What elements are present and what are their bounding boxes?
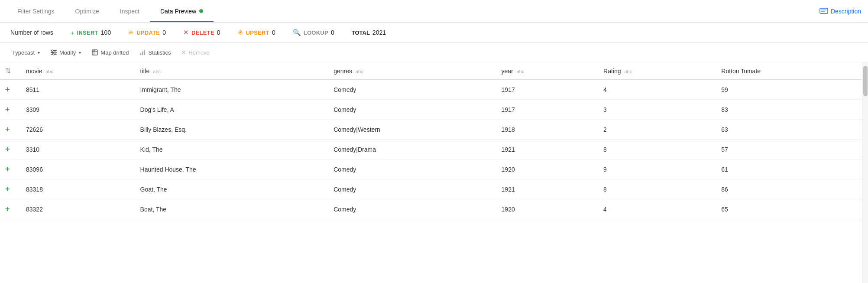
movie-column-header[interactable]: movie abc [19,62,133,80]
total-value: 2021 [372,29,386,36]
statistics-icon [139,49,146,56]
lookup-value: 0 [331,29,334,36]
total-stat: TOTAL 2021 [352,29,386,36]
description-button[interactable]: Description [819,8,861,15]
number-of-rows-label: Number of rows [10,29,53,36]
rating-column-header[interactable]: Rating abc [596,62,714,80]
upsert-icon: ✳ [238,29,243,36]
delete-stat: ✕ DELETE 0 [183,29,220,36]
row-indicator: + [0,140,19,159]
table-wrap: ⇅ movie abc title abc genres abc [0,62,868,283]
movie-cell: 83096 [19,159,133,179]
update-stat: ✳ UPDATE 0 [128,29,166,36]
tab-data-preview-label: Data Preview [160,8,196,15]
sort-column-header[interactable]: ⇅ [0,62,19,80]
table-row: +83318Goat, TheComedy1921886 [0,179,862,199]
rotten_tomatoes-cell: 57 [714,140,862,159]
genres-cell: Comedy [327,159,494,179]
title-cell: Dog's Life, A [133,100,327,120]
upsert-value: 0 [272,29,275,36]
delete-icon: ✕ [183,29,189,36]
row-indicator: + [0,100,19,120]
table-row: +72626Billy Blazes, Esq.Comedy|Western19… [0,120,862,140]
total-label: TOTAL [352,29,370,36]
map-drifted-label: Map drifted [100,49,129,56]
table-row: +8511Immigrant, TheComedy1917459 [0,80,862,100]
svg-rect-12 [144,50,145,55]
movie-cell: 72626 [19,120,133,140]
typecast-chevron: ▾ [38,50,40,55]
year-col-label: year [502,68,513,75]
modify-chevron: ▾ [79,50,81,55]
typecast-button[interactable]: Typecast ▾ [7,48,45,58]
delete-value: 0 [217,29,220,36]
genres-cell: Comedy [327,199,494,219]
map-drifted-button[interactable]: Map drifted [86,47,134,58]
vertical-scrollbar[interactable] [862,62,868,283]
rotten_tomatoes-cell: 63 [714,120,862,140]
row-indicator: + [0,120,19,140]
year-cell: 1917 [495,80,596,100]
year-column-header[interactable]: year abc [495,62,596,80]
toolbar: Typecast ▾ Modify ▾ Map drifted [0,43,868,62]
table-row: +83096Haunted House, TheComedy1920961 [0,159,862,179]
year-cell: 1918 [495,120,596,140]
genres-column-header[interactable]: genres abc [327,62,494,80]
remove-button[interactable]: ✕ Remove [176,47,214,58]
update-value: 0 [162,29,166,36]
top-navigation: Filter Settings Optimize Inspect Data Pr… [0,0,868,23]
rating-cell: 2 [596,120,714,140]
row-indicator: + [0,199,19,219]
insert-stat: + INSERT 100 [71,29,111,36]
tab-inspect-label: Inspect [120,8,139,15]
delete-label: DELETE [191,29,214,36]
table-container[interactable]: ⇅ movie abc title abc genres abc [0,62,862,283]
genres-cell: Comedy [327,80,494,100]
statistics-button[interactable]: Statistics [134,47,176,58]
scrollbar-thumb[interactable] [863,66,868,96]
table-row: +3310Kid, TheComedy|Drama1921857 [0,140,862,159]
year-cell: 1921 [495,140,596,159]
tab-filter-settings[interactable]: Filter Settings [7,0,65,22]
rating-col-type: abc [624,69,632,74]
movie-col-type: abc [45,69,53,74]
rotten_tomatoes-cell: 65 [714,199,862,219]
table-row: +3309Dog's Life, AComedy1917383 [0,100,862,120]
upsert-stat: ✳ UPSERT 0 [238,29,275,36]
genres-cell: Comedy|Western [327,120,494,140]
year-cell: 1920 [495,199,596,219]
rotten_tomatoes-cell: 61 [714,159,862,179]
year-cell: 1920 [495,159,596,179]
svg-point-8 [52,53,54,55]
tab-inspect[interactable]: Inspect [110,0,150,22]
update-icon: ✳ [128,29,134,36]
description-label: Description [831,8,861,15]
rating-cell: 4 [596,199,714,219]
tab-filter-settings-label: Filter Settings [17,8,55,15]
row-indicator: + [0,80,19,100]
table-header-row: ⇅ movie abc title abc genres abc [0,62,862,80]
insert-icon: + [71,29,74,36]
title-cell: Boat, The [133,199,327,219]
rotten-tomatoes-col-label: Rotton Tomate [721,68,761,75]
remove-label: Remove [188,49,209,56]
genres-cell: Comedy|Drama [327,140,494,159]
rating-cell: 8 [596,140,714,159]
title-cell: Goat, The [133,179,327,199]
insert-label: INSERT [77,29,98,36]
movie-cell: 3309 [19,100,133,120]
rating-cell: 3 [596,100,714,120]
genres-cell: Comedy [327,179,494,199]
rotten-tomatoes-column-header[interactable]: Rotton Tomate [714,62,862,80]
rotten_tomatoes-cell: 86 [714,179,862,199]
tab-optimize[interactable]: Optimize [65,0,110,22]
modify-button[interactable]: Modify ▾ [45,47,86,58]
svg-point-7 [54,52,56,53]
tab-data-preview[interactable]: Data Preview [150,0,214,22]
data-table: ⇅ movie abc title abc genres abc [0,62,862,219]
title-col-type: abc [153,69,161,74]
modify-label: Modify [59,49,76,56]
svg-point-6 [52,50,53,52]
sort-icon: ⇅ [5,67,11,75]
title-column-header[interactable]: title abc [133,62,327,80]
